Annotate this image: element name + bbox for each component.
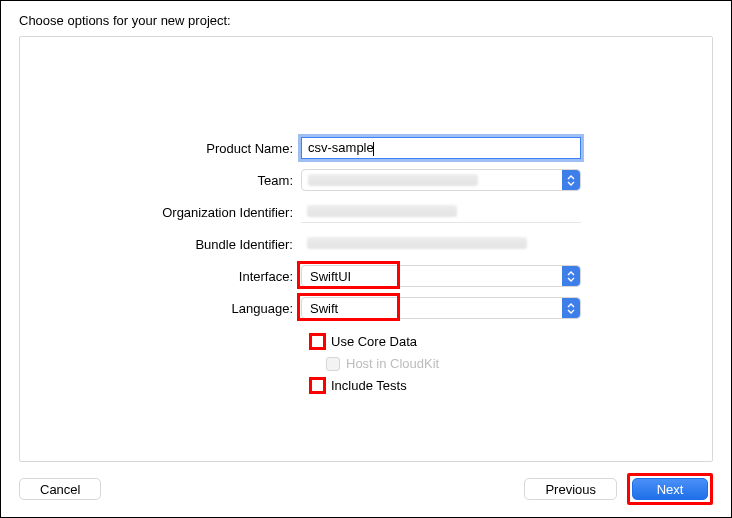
footer: Cancel Previous Next: [19, 473, 713, 505]
use-core-data-label: Use Core Data: [331, 334, 417, 349]
page-title: Choose options for your new project:: [19, 13, 231, 28]
chevron-updown-icon: [562, 298, 580, 318]
cancel-button[interactable]: Cancel: [19, 478, 101, 500]
include-tests-label: Include Tests: [331, 378, 407, 393]
product-name-label: Product Name:: [20, 141, 301, 156]
product-name-value: csv-sample: [308, 140, 374, 155]
next-button[interactable]: Next: [632, 478, 708, 500]
team-select[interactable]: [301, 169, 581, 191]
annotation-highlight: [309, 333, 326, 350]
chevron-updown-icon: [562, 266, 580, 286]
form-panel: Product Name: csv-sample Team: Organizat…: [19, 36, 713, 462]
redacted-text: [308, 174, 478, 186]
annotation-highlight: Next: [627, 473, 713, 505]
language-selected: Swift: [310, 301, 338, 316]
bundle-identifier-label: Bundle Identifier:: [20, 237, 301, 252]
product-name-input[interactable]: csv-sample: [301, 137, 581, 159]
text-caret: [373, 142, 374, 156]
chevron-updown-icon: [562, 170, 580, 190]
team-label: Team:: [20, 173, 301, 188]
bundle-identifier-value: [301, 233, 581, 255]
redacted-text: [307, 237, 527, 249]
annotation-highlight: [309, 377, 326, 394]
org-identifier-input[interactable]: [301, 201, 581, 223]
include-tests-checkbox[interactable]: [312, 380, 323, 391]
language-select[interactable]: Swift: [301, 297, 581, 319]
host-cloudkit-label: Host in CloudKit: [346, 356, 439, 371]
previous-button[interactable]: Previous: [524, 478, 617, 500]
interface-label: Interface:: [20, 269, 301, 284]
use-core-data-checkbox[interactable]: [312, 336, 323, 347]
org-identifier-label: Organization Identifier:: [20, 205, 301, 220]
host-cloudkit-checkbox: [326, 357, 340, 371]
interface-select[interactable]: SwiftUI: [301, 265, 581, 287]
interface-selected: SwiftUI: [310, 269, 351, 284]
redacted-text: [307, 205, 457, 217]
language-label: Language:: [20, 301, 301, 316]
